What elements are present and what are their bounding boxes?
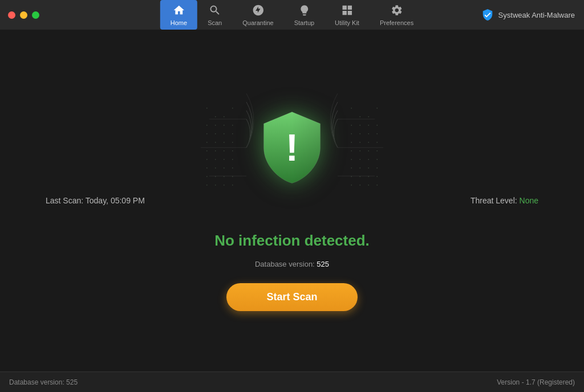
quarantine-icon — [252, 4, 264, 18]
svg-rect-17 — [224, 142, 225, 143]
shield-area: ! No infection detec — [189, 74, 395, 311]
maximize-button[interactable] — [32, 11, 39, 19]
svg-rect-27 — [206, 168, 208, 169]
svg-rect-15 — [206, 142, 208, 143]
svg-rect-63 — [368, 159, 370, 160]
shield-icon: ! — [255, 108, 329, 187]
scan-icon — [209, 4, 221, 18]
nav-label-scan: Scan — [208, 19, 222, 26]
svg-rect-53 — [351, 133, 352, 134]
radar-right — [326, 91, 395, 205]
svg-rect-25 — [224, 159, 225, 160]
svg-rect-76 — [360, 185, 361, 186]
svg-rect-26 — [232, 159, 233, 160]
svg-rect-34 — [232, 176, 233, 177]
svg-rect-48 — [360, 125, 361, 126]
svg-rect-19 — [206, 150, 208, 152]
svg-rect-77 — [351, 185, 352, 186]
svg-rect-70 — [377, 176, 378, 177]
db-version-label: Database version: — [255, 260, 317, 268]
nav-item-preferences[interactable]: Preferences — [370, 0, 424, 30]
footer: Database version: 525 Version - 1.7 (Reg… — [0, 371, 584, 392]
nav-item-quarantine[interactable]: Quarantine — [232, 0, 283, 30]
nav-item-home[interactable]: Home — [160, 0, 197, 30]
svg-rect-4 — [215, 116, 216, 117]
svg-rect-37 — [224, 185, 225, 186]
svg-rect-74 — [377, 185, 378, 186]
svg-rect-3 — [206, 108, 208, 109]
start-scan-button[interactable]: Start Scan — [226, 283, 357, 311]
svg-rect-24 — [215, 159, 216, 160]
svg-rect-54 — [377, 142, 378, 143]
svg-rect-69 — [351, 168, 352, 169]
svg-rect-68 — [360, 168, 361, 169]
db-version-number: 525 — [317, 260, 329, 268]
svg-rect-32 — [215, 176, 216, 177]
svg-rect-7 — [206, 125, 208, 126]
status-message: No infection detected. — [214, 232, 370, 250]
svg-rect-64 — [360, 159, 361, 160]
svg-rect-50 — [377, 133, 378, 134]
svg-rect-65 — [351, 159, 352, 160]
svg-rect-62 — [377, 159, 378, 160]
app-shield-icon — [481, 9, 494, 21]
svg-rect-75 — [368, 185, 370, 186]
svg-rect-22 — [232, 150, 233, 152]
db-version-text: Database version: 525 — [255, 260, 329, 268]
threat-level-value: None — [520, 196, 538, 205]
nav-label-quarantine: Quarantine — [242, 19, 273, 26]
threat-level: Threat Level: None — [471, 196, 538, 205]
svg-rect-56 — [360, 142, 361, 143]
svg-rect-67 — [368, 168, 370, 169]
svg-rect-16 — [215, 142, 216, 143]
svg-rect-28 — [215, 168, 216, 169]
nav-label-preferences: Preferences — [380, 19, 413, 26]
app-title: Systweak Anti-Malware — [481, 9, 575, 21]
svg-rect-60 — [360, 150, 361, 152]
svg-rect-10 — [232, 125, 233, 126]
close-button[interactable] — [8, 11, 15, 19]
nav-item-startup[interactable]: Startup — [284, 0, 325, 30]
svg-rect-47 — [368, 125, 370, 126]
startup-icon — [298, 4, 310, 18]
svg-rect-29 — [224, 168, 225, 169]
svg-rect-45 — [351, 108, 352, 109]
svg-rect-44 — [360, 116, 361, 117]
nav-label-startup: Startup — [294, 19, 314, 26]
svg-rect-5 — [224, 116, 225, 117]
preferences-icon — [391, 4, 403, 18]
footer-app-version: Version - 1.7 (Registered) — [497, 378, 575, 386]
svg-rect-33 — [224, 176, 225, 177]
svg-rect-51 — [368, 133, 370, 134]
nav-label-utility-kit: Utility Kit — [335, 19, 359, 26]
svg-rect-13 — [224, 133, 225, 134]
svg-rect-11 — [206, 133, 208, 134]
svg-rect-36 — [215, 185, 216, 186]
title-bar: Home Scan Quarantine St — [0, 0, 584, 30]
svg-rect-6 — [232, 108, 233, 109]
svg-text:!: ! — [286, 126, 298, 169]
svg-rect-66 — [377, 168, 378, 169]
svg-rect-21 — [224, 150, 225, 152]
svg-rect-46 — [377, 125, 378, 126]
svg-rect-35 — [206, 185, 208, 186]
svg-rect-49 — [351, 125, 352, 126]
svg-rect-31 — [206, 176, 208, 177]
app-title-text: Systweak Anti-Malware — [498, 11, 575, 19]
svg-rect-8 — [215, 125, 216, 126]
nav-item-utility-kit[interactable]: Utility Kit — [325, 0, 370, 30]
radar-left — [189, 91, 258, 205]
navigation: Home Scan Quarantine St — [160, 0, 424, 30]
minimize-button[interactable] — [20, 11, 27, 19]
svg-rect-43 — [368, 116, 370, 117]
last-scan: Last Scan: Today, 05:09 PM — [46, 196, 145, 205]
svg-rect-72 — [360, 176, 361, 177]
radar-container: ! — [189, 74, 395, 222]
home-icon — [172, 4, 185, 18]
svg-rect-52 — [360, 133, 361, 134]
svg-rect-59 — [368, 150, 370, 152]
nav-item-scan[interactable]: Scan — [197, 0, 232, 30]
svg-rect-73 — [351, 176, 352, 177]
svg-rect-12 — [215, 133, 216, 134]
main-content: Last Scan: Today, 05:09 PM Threat Level:… — [0, 30, 584, 371]
